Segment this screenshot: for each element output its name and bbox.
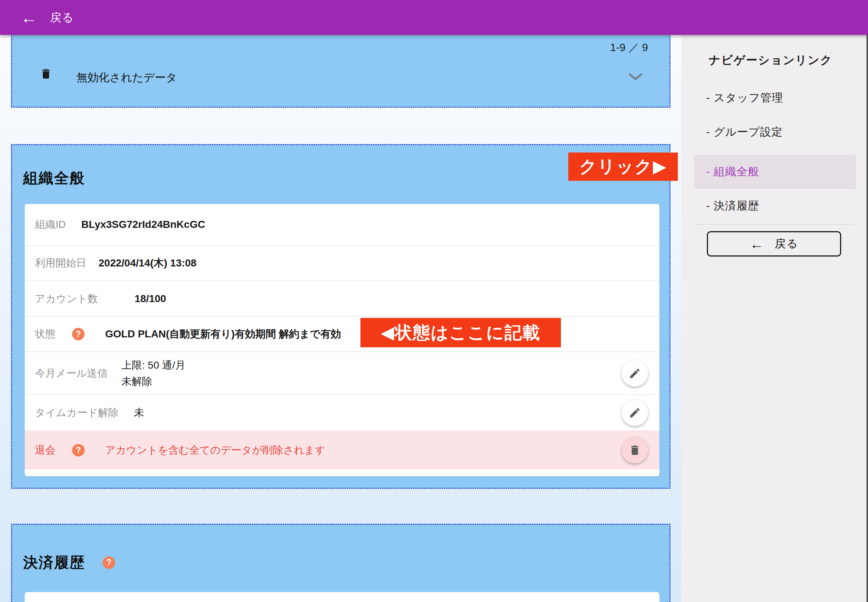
disabled-data-title: 無効化されたデータ [77,70,177,85]
org-id-value: BLyx3SG72rId24BnKcGC [81,219,205,230]
timecard-label: タイムカード解除 [35,406,134,420]
annotation-status-label: ◀状態はここに記載 [360,318,561,347]
sidebar-divider [695,224,854,224]
sidebar-item-org-general[interactable]: - 組織全般 [694,155,856,189]
sidebar-item-staff-management[interactable]: - スタッフ管理 [694,81,856,115]
start-date-value: 2022/04/14(木) 13:08 [98,256,196,270]
table-row-org-id: 組織ID BLyx3SG72rId24BnKcGC [25,204,659,245]
payment-history-help-icon[interactable]: ? [103,556,115,569]
delete-org-button[interactable] [622,437,648,464]
back-arrow-icon[interactable]: ← [21,9,37,26]
account-count-label: アカウント数 [35,292,135,306]
mail-quota-label: 今月メール送信 [35,366,122,380]
withdraw-warning-text: アカウントを含む全てのデータが削除されます [105,443,325,457]
sidebar-item-payment-history[interactable]: - 決済履歴 [694,189,856,223]
table-row-account-count: アカウント数 18/100 [25,280,659,316]
back-arrow-icon: ← [749,237,763,251]
mail-quota-state: 未解除 [122,373,185,390]
edit-timecard-button[interactable] [622,399,648,426]
org-general-card: 組織全般 組織ID BLyx3SG72rId24BnKcGC 利用開始日 202… [11,144,671,489]
app-bar-back-label[interactable]: 戻る [50,10,74,25]
app-bar: ← 戻る [0,0,868,35]
mail-quota-limit: 上限: 50 通/月 [122,357,185,373]
table-row-start-date: 利用開始日 2022/04/14(木) 13:08 [25,245,659,280]
timecard-value: 未 [134,406,144,420]
status-label: 状態 [35,327,72,341]
trash-icon [40,66,52,81]
org-general-table: 組織ID BLyx3SG72rId24BnKcGC 利用開始日 2022/04/… [25,204,659,476]
start-date-label: 利用開始日 [35,256,98,270]
payment-history-card: 決済履歴 ? [11,524,671,602]
withdraw-help-icon[interactable]: ? [72,444,85,456]
table-row-status: 状態 ? GOLD PLAN(自動更新有り)有効期間 解約まで有効 [25,316,659,351]
org-general-title: 組織全般 [23,168,85,188]
sidebar-back-label: 戻る [774,236,799,251]
table-row-timecard: タイムカード解除 未 [25,394,659,430]
disabled-data-card: 1-9 ／ 9 無効化されたデータ [11,32,671,108]
sidebar-back-button[interactable]: ← 戻る [707,231,841,256]
payment-history-title: 決済履歴 [23,552,85,573]
withdraw-label: 退会 [35,443,72,457]
table-row-mail-quota: 今月メール送信 上限: 50 通/月 未解除 [25,351,659,394]
nav-links-heading: ナビゲーションリンク [709,52,868,68]
table-row-withdraw: 退会 ? アカウントを含む全てのデータが削除されます [25,430,659,469]
annotation-click-label: クリック▶ [568,152,678,181]
scrollbar-track[interactable] [866,35,868,602]
nav-links-list: - スタッフ管理 - グループ設定 - 組織全般 - 決済履歴 [694,81,856,223]
navigation-sidebar: ナビゲーションリンク - スタッフ管理 - グループ設定 - 組織全般 - 決済… [681,35,868,602]
chevron-down-icon[interactable] [628,73,643,81]
edit-mail-quota-button[interactable] [622,360,648,387]
pagination-counter: 1-9 ／ 9 [610,40,648,55]
sidebar-item-group-settings[interactable]: - グループ設定 [694,115,856,149]
org-id-label: 組織ID [35,218,81,232]
status-value: GOLD PLAN(自動更新有り)有効期間 解約まで有効 [105,327,341,341]
account-count-value: 18/100 [135,293,166,305]
payment-history-table [25,592,659,602]
status-help-icon[interactable]: ? [72,328,85,340]
